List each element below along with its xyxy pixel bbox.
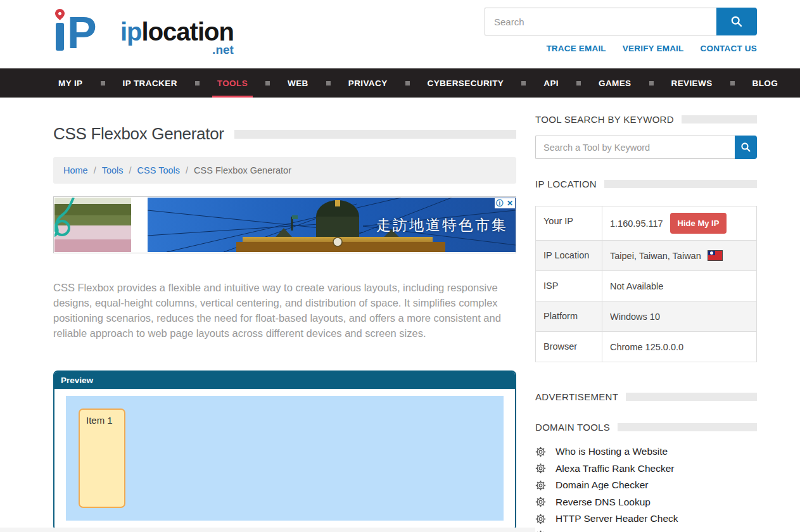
breadcrumb-item: CSS Flexbox Generator [194,165,291,175]
ip-row-label: IP Location [536,241,602,270]
domain-tool-link[interactable]: Who is Hosting a Website [556,446,668,457]
ip-row-label: ISP [536,271,602,301]
tool-search-button[interactable] [735,136,757,159]
nav-item: CYBERSECURITY [422,68,539,98]
nav-item: IP TRACKER [118,68,212,98]
hide-my-ip-button[interactable]: Hide My IP [670,213,727,234]
sidebar: TOOL SEARCH BY KEYWORD IP LOCATION Your … [535,98,757,532]
tool-search-input[interactable] [535,136,735,159]
tool-search-heading: TOOL SEARCH BY KEYWORD [535,114,757,125]
table-row: Platform Windows 10 [536,301,756,332]
taiwan-flag-icon [708,251,722,260]
nav-item: API [538,68,594,98]
gear-icon [535,446,546,457]
header-quick-link[interactable]: CONTACT US [701,44,758,53]
advertisement-banner[interactable]: 走訪地道特色市集 ⓘ ✕ [53,196,516,253]
location-pin-icon [53,7,67,20]
breadcrumb-link[interactable]: Home [63,165,88,175]
ad-close-icon[interactable]: ✕ [505,198,515,208]
ip-row-value: Chrome 125.0.0.0 [610,342,683,352]
nav-link[interactable]: IP TRACKER [118,68,182,98]
ip-location-heading: IP LOCATION [535,179,757,189]
domain-tool-link[interactable]: Is my website down? [556,530,647,532]
nav-link[interactable]: CYBERSECURITY [422,68,509,98]
flex-preview-container: Item 1 [66,396,504,521]
site-search-input[interactable] [485,8,716,35]
ip-row-label: Platform [536,301,602,331]
domain-tool-link[interactable]: HTTP Server Header Check [556,513,678,524]
main-content: CSS Flexbox Generator Home Tools CSS Too… [53,98,516,532]
breadcrumb-link[interactable]: Tools [102,165,124,175]
preview-panel-header: Preview [54,372,515,389]
nav-link[interactable]: API [538,68,564,98]
nav-link[interactable]: GAMES [594,68,637,98]
list-item: Alexa Traffic Rank Checker [535,463,757,474]
ip-row-label: Browser [536,332,602,362]
breadcrumb-item: CSS Tools [137,165,194,175]
nav-item: WEB [283,68,343,98]
header-quick-link[interactable]: TRACE EMAIL [546,44,606,53]
breadcrumb: Home Tools CSS Tools CSS Flexbox Generat… [53,157,516,184]
table-row: Your IP 1.160.95.117 Hide My IP [536,206,756,241]
tool-description: CSS Flexbox provides a flexible and intu… [53,280,507,341]
search-icon [740,142,751,153]
breadcrumb-link[interactable]: CSS Flexbox Generator [194,165,291,175]
footer-edge [0,528,535,532]
header-quick-link[interactable]: VERIFY EMAIL [623,44,684,53]
nav-item: TOOLS [212,68,283,98]
list-item: Who is Hosting a Website [535,446,757,457]
table-row: IP Location Taipei, Taiwan, Taiwan [536,241,756,271]
gear-icon [535,514,546,524]
nav-link[interactable]: REVIEWS [666,68,718,98]
page-title: CSS Flexbox Generator [53,124,224,144]
nav-link[interactable]: MY IP [53,68,88,98]
gear-icon [535,480,546,491]
nav-link[interactable]: WEB [283,68,314,98]
main-navigation: MY IP IP TRACKER TOOLS WEB PRIVACY CYBER… [0,68,800,98]
domain-tool-link[interactable]: Domain Age Checker [556,479,648,491]
breadcrumb-item: Tools [102,165,137,175]
domain-tools-list: Who is Hosting a Website Alexa [535,446,757,532]
breadcrumb-link[interactable]: CSS Tools [137,165,180,175]
ad-caption-text: 走訪地道特色市集 [376,215,508,235]
header-quick-links: TRACE EMAILVERIFY EMAILCONTACT US [546,44,757,53]
nav-item: BLOG [747,68,784,98]
nav-item: REVIEWS [666,68,747,98]
nav-item: PRIVACY [343,68,422,98]
nav-item: MY IP [53,68,118,98]
table-row: Browser Chrome 125.0.0.0 [536,332,756,362]
gear-icon [535,497,546,507]
search-icon [730,15,743,28]
nav-item: GAMES [594,68,666,98]
title-decoration-bar [234,130,516,139]
list-item: HTTP Server Header Check [535,513,757,524]
domain-tool-link[interactable]: Alexa Traffic Rank Checker [556,463,675,474]
ip-row-value: Windows 10 [610,312,660,322]
advertisement-heading: ADVERTISEMENT [535,391,757,402]
domain-tool-link[interactable]: Reverse DNS Lookup [556,497,651,508]
ip-row-value: Not Available [610,281,663,291]
logo-wordmark: iplocation [120,19,234,44]
nav-link[interactable]: BLOG [747,68,784,98]
ad-left-photo [54,198,131,252]
ip-info-table: Your IP 1.160.95.117 Hide My IP IP Locat… [535,206,757,362]
ip-row-value: Taipei, Taiwan, Taiwan [610,251,701,261]
breadcrumb-item: Home [63,165,102,175]
ip-row-value: 1.160.95.117 [610,218,663,229]
list-item: Reverse DNS Lookup [535,497,757,508]
site-header: P iplocation .net TRACE EMAILVERIFY EMAI… [0,0,800,68]
ip-row-label: Your IP [536,206,602,240]
nav-link[interactable]: TOOLS [212,68,253,98]
ad-info-icon[interactable]: ⓘ [495,198,505,208]
table-row: ISP Not Available [536,271,756,301]
list-item: Is my website down? [535,530,757,532]
domain-tools-heading: DOMAIN TOOLS [535,422,757,433]
site-search-button[interactable] [716,8,757,35]
site-logo[interactable]: P iplocation .net [53,9,234,57]
flex-preview-item[interactable]: Item 1 [79,408,125,508]
list-item: Domain Age Checker [535,479,757,491]
preview-panel: Preview Item 1 [53,370,516,531]
gear-icon [535,463,546,474]
nav-link[interactable]: PRIVACY [343,68,393,98]
logo-ip-mark-icon: P [53,9,129,54]
